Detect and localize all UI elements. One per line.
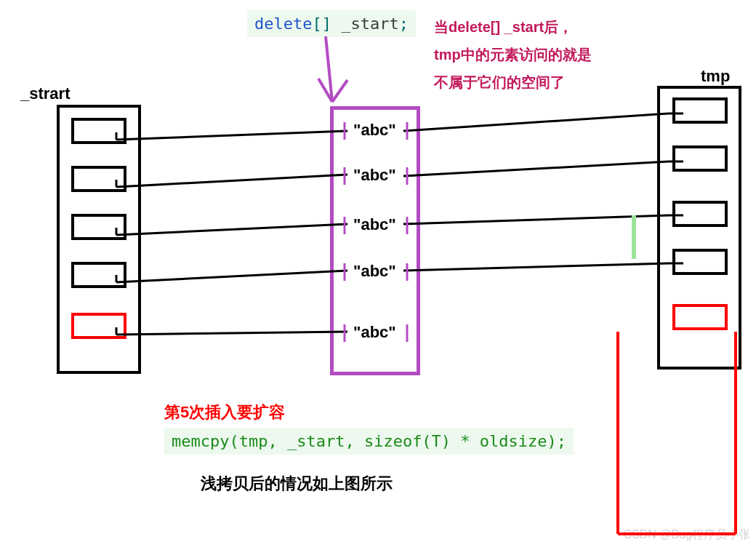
svg-line-6 <box>116 175 347 187</box>
abc-4: "abc" <box>353 323 396 342</box>
label-start: _strart <box>20 84 70 103</box>
svg-line-10 <box>116 271 347 282</box>
right-slot-4 <box>672 304 728 330</box>
watermark: CSDN @Bug程序员小张 <box>624 527 751 543</box>
caption-expand: 第5次插入要扩容 <box>164 402 285 423</box>
left-slot-2 <box>71 214 126 240</box>
right-slot-2 <box>672 201 728 227</box>
code-delete: delete[] _start; <box>247 10 416 37</box>
svg-line-20 <box>403 161 669 176</box>
left-slot-1 <box>71 166 126 192</box>
kw-semi: ; <box>399 15 409 33</box>
left-slot-3 <box>71 262 126 288</box>
caption-shallow-copy: 浅拷贝后的情况如上图所示 <box>201 473 393 495</box>
kw-delete: delete <box>254 15 312 33</box>
abc-1: "abc" <box>353 166 396 185</box>
label-tmp: tmp <box>701 67 730 86</box>
abc-0: "abc" <box>353 121 396 140</box>
svg-line-0 <box>326 36 332 102</box>
svg-line-22 <box>403 215 669 224</box>
annotation-note: 当delete[] _start后，tmp中的元素访问的就是不属于它们的空间了 <box>434 13 594 96</box>
svg-line-8 <box>116 224 347 235</box>
kw-brackets: [] <box>312 15 341 33</box>
code-memcpy: memcpy(tmp, _start, sizeof(T) * oldsize)… <box>164 428 574 455</box>
svg-line-24 <box>403 263 669 271</box>
svg-line-12 <box>116 332 347 335</box>
svg-line-18 <box>403 113 669 131</box>
left-slot-4 <box>71 313 126 339</box>
abc-2: "abc" <box>353 215 396 234</box>
svg-line-4 <box>116 131 347 140</box>
diagram-canvas: delete[] _start; 当delete[] _start后，tmp中的… <box>0 0 756 547</box>
right-slot-0 <box>672 97 728 124</box>
right-slot-3 <box>672 249 728 275</box>
kw-var: _start <box>341 15 398 33</box>
right-slot-1 <box>672 145 728 172</box>
abc-3: "abc" <box>353 262 396 281</box>
svg-line-1 <box>318 79 332 102</box>
left-slot-0 <box>71 118 126 144</box>
svg-line-2 <box>332 80 347 102</box>
